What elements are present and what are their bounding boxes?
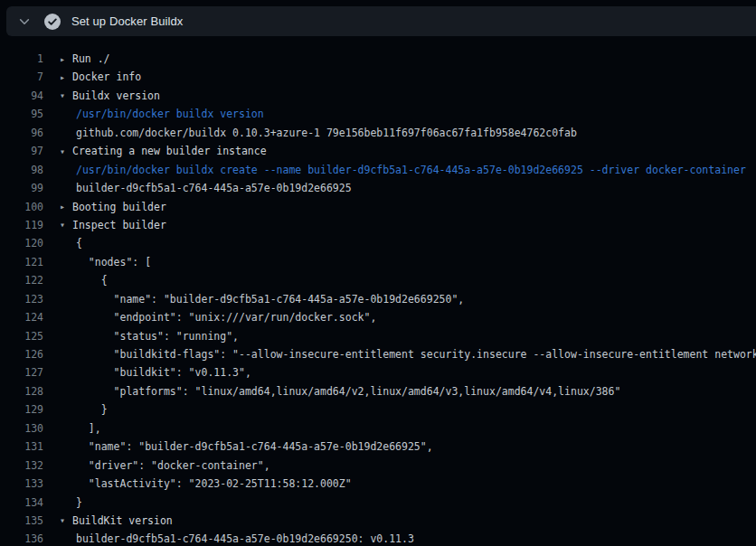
log-group-line[interactable]: 135▾BuildKit version	[0, 512, 756, 530]
step-header[interactable]: Set up Docker Buildx	[6, 6, 756, 36]
log-line: 126 "buildkitd-flags": "--allow-insecure…	[0, 345, 756, 363]
line-number[interactable]: 133	[0, 477, 43, 490]
output-text: github.com/docker/buildx 0.10.3+azure-1 …	[76, 127, 577, 139]
log-group-line[interactable]: 119▾Inspect builder	[0, 216, 756, 234]
log-line: 133 "lastActivity": "2023-02-25T11:58:12…	[0, 475, 756, 493]
log-line: 95/usr/bin/docker buildx version	[0, 105, 756, 123]
log-line: 129 }	[0, 400, 756, 419]
log-group-line[interactable]: 94▾Buildx version	[0, 87, 756, 105]
output-text: "status": "running",	[76, 330, 239, 343]
output-text: ],	[76, 422, 101, 435]
log-group-line[interactable]: 1▸Run ./	[0, 50, 756, 68]
step-title: Set up Docker Buildx	[71, 14, 183, 28]
line-number[interactable]: 1	[0, 52, 43, 65]
group-title: Docker info	[72, 71, 141, 83]
line-number[interactable]: 132	[0, 459, 43, 472]
output-text: }	[76, 496, 82, 509]
chevron-down-icon[interactable]	[18, 15, 31, 28]
output-text: "buildkit": "v0.11.3",	[76, 366, 251, 379]
line-number[interactable]: 121	[0, 256, 43, 268]
log-group-line[interactable]: 7▸Docker info	[0, 68, 756, 86]
group-title: Booting builder	[72, 201, 166, 213]
line-number[interactable]: 119	[0, 219, 43, 231]
log-line: 127 "buildkit": "v0.11.3",	[0, 363, 756, 381]
line-number[interactable]: 134	[0, 496, 43, 509]
output-text: "platforms": "linux/amd64,linux/amd64/v2…	[76, 385, 620, 398]
line-number[interactable]: 128	[0, 385, 43, 398]
line-number[interactable]: 100	[0, 201, 43, 213]
line-number[interactable]: 124	[0, 311, 43, 324]
output-text: "name": "builder-d9cfb5a1-c764-445a-a57e…	[76, 293, 464, 306]
line-number[interactable]: 131	[0, 440, 43, 453]
log-line: 120{	[0, 234, 756, 252]
line-number[interactable]: 95	[0, 108, 43, 120]
output-text: "nodes": [	[76, 256, 151, 268]
chevron-down-icon[interactable]: ▾	[60, 220, 72, 230]
line-number[interactable]: 98	[0, 164, 43, 176]
line-number[interactable]: 96	[0, 127, 43, 139]
chevron-right-icon[interactable]: ▸	[60, 54, 72, 64]
line-number[interactable]: 130	[0, 422, 43, 435]
output-text: builder-d9cfb5a1-c764-445a-a57e-0b19d2e6…	[76, 182, 352, 194]
log-line: 130 ],	[0, 419, 756, 438]
line-number[interactable]: 127	[0, 366, 43, 379]
line-number[interactable]: 129	[0, 403, 43, 416]
log-line: 128 "platforms": "linux/amd64,linux/amd6…	[0, 382, 756, 400]
log-group-line[interactable]: 100▸Booting builder	[0, 197, 756, 215]
line-number[interactable]: 126	[0, 348, 43, 361]
chevron-right-icon[interactable]: ▸	[60, 202, 72, 212]
line-number[interactable]: 94	[0, 89, 43, 102]
output-text: "buildkitd-flags": "--allow-insecure-ent…	[76, 348, 756, 361]
output-text: {	[76, 274, 108, 287]
log-line: 121 "nodes": [	[0, 253, 756, 271]
command-text: /usr/bin/docker buildx version	[76, 108, 264, 120]
log-line: 132 "driver": "docker-container",	[0, 456, 756, 474]
line-number[interactable]: 120	[0, 237, 43, 249]
log-line: 98/usr/bin/docker buildx create --name b…	[0, 160, 756, 178]
log-line: 122 {	[0, 271, 756, 289]
group-title: Creating a new builder instance	[72, 145, 267, 157]
group-title: Buildx version	[72, 89, 160, 102]
line-number[interactable]: 99	[0, 182, 43, 194]
line-number[interactable]: 122	[0, 274, 43, 287]
output-text: "lastActivity": "2023-02-25T11:58:12.000…	[76, 477, 352, 490]
output-text: }	[76, 403, 108, 416]
chevron-right-icon[interactable]: ▸	[60, 72, 72, 82]
line-number[interactable]: 136	[0, 532, 43, 545]
log-output: 1▸Run ./7▸Docker info94▾Buildx version95…	[0, 50, 756, 546]
chevron-down-icon[interactable]: ▾	[60, 146, 72, 156]
log-group-line[interactable]: 97▾Creating a new builder instance	[0, 142, 756, 160]
log-line: 125 "status": "running",	[0, 326, 756, 344]
output-text: builder-d9cfb5a1-c764-445a-a57e-0b19d2e6…	[76, 532, 414, 545]
log-line: 96github.com/docker/buildx 0.10.3+azure-…	[0, 124, 756, 142]
log-line: 134}	[0, 493, 756, 511]
output-text: "name": "builder-d9cfb5a1-c764-445a-a57e…	[76, 440, 433, 453]
line-number[interactable]: 7	[0, 71, 43, 83]
line-number[interactable]: 123	[0, 293, 43, 306]
group-title: Inspect builder	[72, 219, 166, 231]
log-line: 99builder-d9cfb5a1-c764-445a-a57e-0b19d2…	[0, 179, 756, 197]
group-title: BuildKit version	[72, 514, 173, 527]
line-number[interactable]: 97	[0, 145, 43, 157]
command-text: /usr/bin/docker buildx create --name bui…	[76, 164, 746, 176]
line-number[interactable]: 135	[0, 514, 43, 527]
log-line: 123 "name": "builder-d9cfb5a1-c764-445a-…	[0, 289, 756, 307]
output-text: "endpoint": "unix:///var/run/docker.sock…	[76, 311, 376, 324]
output-text: "driver": "docker-container",	[76, 459, 270, 472]
line-number[interactable]: 125	[0, 330, 43, 343]
chevron-down-icon[interactable]: ▾	[60, 515, 72, 525]
log-line: 136builder-d9cfb5a1-c764-445a-a57e-0b19d…	[0, 530, 756, 546]
log-line: 131 "name": "builder-d9cfb5a1-c764-445a-…	[0, 438, 756, 456]
chevron-down-icon[interactable]: ▾	[60, 90, 72, 100]
log-line: 124 "endpoint": "unix:///var/run/docker.…	[0, 308, 756, 326]
output-text: {	[76, 237, 82, 249]
check-circle-icon	[44, 14, 61, 30]
group-title: Run ./	[72, 52, 110, 65]
